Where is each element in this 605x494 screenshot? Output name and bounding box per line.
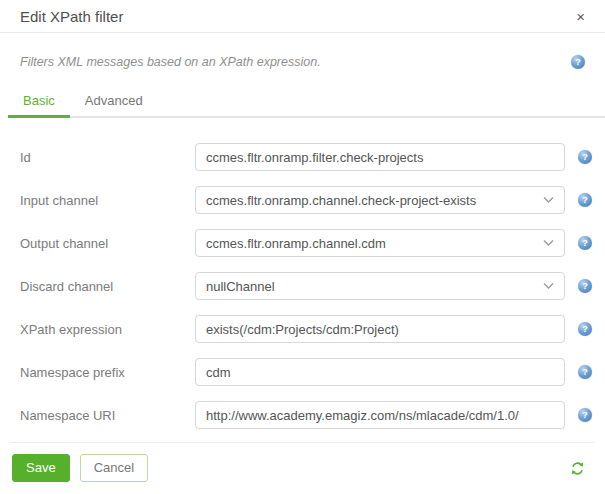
- help-icon[interactable]: ?: [578, 408, 592, 422]
- filter-form: Id ccmes.fltr.onramp.filter.check-projec…: [20, 143, 585, 429]
- footer-buttons: Save Cancel: [12, 454, 148, 482]
- description-row: Filters XML messages based on an XPath e…: [20, 55, 585, 69]
- chevron-down-icon: [543, 283, 554, 290]
- chevron-down-icon: [543, 240, 554, 247]
- field-label: Id: [20, 149, 195, 165]
- help-icon[interactable]: ?: [578, 236, 592, 250]
- edit-xpath-filter-dialog: Edit XPath filter × Filters XML messages…: [0, 0, 605, 494]
- field-value: http://www.academy.emagiz.com/ns/mlacade…: [206, 408, 519, 423]
- dialog-body: Filters XML messages based on an XPath e…: [0, 55, 605, 429]
- tab-advanced[interactable]: Advanced: [70, 85, 158, 118]
- field-dropdown[interactable]: ccmes.fltr.onramp.channel.cdm: [195, 229, 565, 257]
- field-value: nullChannel: [206, 279, 275, 294]
- form-row: Namespace prefix cdm ?: [20, 358, 585, 386]
- help-icon[interactable]: ?: [578, 193, 592, 207]
- field-value: exists(/cdm:Projects/cdm:Project): [206, 322, 399, 337]
- dialog-footer: Save Cancel: [0, 442, 605, 494]
- field-input[interactable]: exists(/cdm:Projects/cdm:Project): [195, 315, 565, 343]
- field-label: Namespace URI: [20, 407, 195, 423]
- field-value: ccmes.fltr.onramp.channel.cdm: [206, 236, 386, 251]
- help-icon[interactable]: ?: [578, 150, 592, 164]
- field-input[interactable]: http://www.academy.emagiz.com/ns/mlacade…: [195, 401, 565, 429]
- field-value: ccmes.fltr.onramp.channel.check-project-…: [206, 193, 476, 208]
- dialog-description: Filters XML messages based on an XPath e…: [20, 55, 321, 69]
- field-input[interactable]: cdm: [195, 358, 565, 386]
- form-row: Discard channel nullChannel ?: [20, 272, 585, 300]
- refresh-icon[interactable]: [570, 461, 585, 476]
- close-icon[interactable]: ×: [572, 7, 589, 26]
- form-row: Namespace URI http://www.academy.emagiz.…: [20, 401, 585, 429]
- tab-bar: Basic Advanced: [8, 85, 605, 118]
- chevron-down-icon: [543, 197, 554, 204]
- form-row: Id ccmes.fltr.onramp.filter.check-projec…: [20, 143, 585, 171]
- dialog-header: Edit XPath filter ×: [0, 0, 605, 33]
- field-dropdown[interactable]: nullChannel: [195, 272, 565, 300]
- field-input[interactable]: ccmes.fltr.onramp.filter.check-projects: [195, 143, 565, 171]
- cancel-button[interactable]: Cancel: [80, 454, 148, 482]
- help-icon[interactable]: ?: [578, 365, 592, 379]
- help-icon[interactable]: ?: [571, 55, 585, 69]
- help-icon[interactable]: ?: [578, 279, 592, 293]
- field-label: XPath expression: [20, 321, 195, 337]
- field-dropdown[interactable]: ccmes.fltr.onramp.channel.check-project-…: [195, 186, 565, 214]
- form-row: Output channel ccmes.fltr.onramp.channel…: [20, 229, 585, 257]
- form-row: XPath expression exists(/cdm:Projects/cd…: [20, 315, 585, 343]
- field-value: cdm: [206, 365, 231, 380]
- field-label: Input channel: [20, 192, 195, 208]
- form-row: Input channel ccmes.fltr.onramp.channel.…: [20, 186, 585, 214]
- help-icon[interactable]: ?: [578, 322, 592, 336]
- tab-basic[interactable]: Basic: [8, 85, 70, 118]
- dialog-title: Edit XPath filter: [20, 8, 123, 25]
- field-label: Output channel: [20, 235, 195, 251]
- save-button[interactable]: Save: [12, 454, 70, 482]
- field-label: Namespace prefix: [20, 364, 195, 380]
- field-label: Discard channel: [20, 278, 195, 294]
- field-value: ccmes.fltr.onramp.filter.check-projects: [206, 150, 423, 165]
